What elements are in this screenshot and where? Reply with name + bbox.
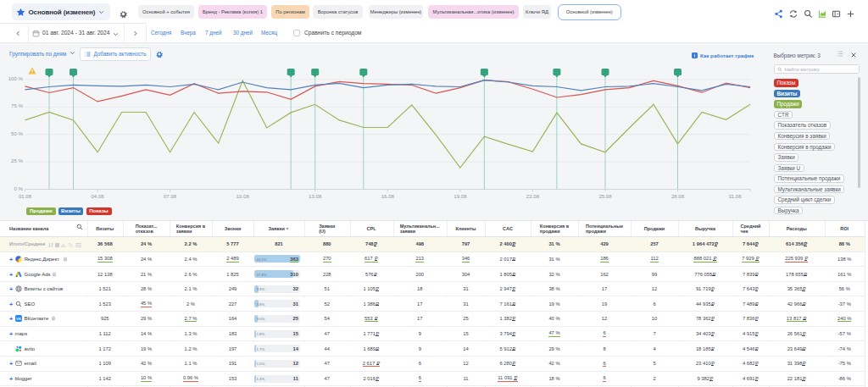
svg-text:25 %: 25 % bbox=[11, 158, 23, 163]
svg-text:0 %: 0 % bbox=[14, 185, 23, 191]
svg-text:75 %: 75 % bbox=[11, 102, 23, 108]
svg-text:01.08: 01.08 bbox=[19, 193, 32, 199]
svg-text:VK: VK bbox=[16, 317, 21, 321]
svg-text:28.08: 28.08 bbox=[671, 193, 685, 199]
svg-text:04.08: 04.08 bbox=[91, 193, 104, 199]
svg-text:50 %: 50 % bbox=[11, 130, 23, 135]
svg-text:25.08: 25.08 bbox=[598, 193, 612, 199]
svg-text:22.08: 22.08 bbox=[526, 193, 540, 199]
svg-text:31.08: 31.08 bbox=[728, 193, 742, 199]
svg-text:19.08: 19.08 bbox=[453, 193, 467, 199]
svg-text:13.08: 13.08 bbox=[309, 193, 322, 199]
svg-text:07.08: 07.08 bbox=[164, 193, 177, 199]
svg-text:16.08: 16.08 bbox=[381, 193, 395, 199]
svg-text:10.08: 10.08 bbox=[236, 193, 250, 199]
svg-text:100 %: 100 % bbox=[8, 75, 24, 81]
